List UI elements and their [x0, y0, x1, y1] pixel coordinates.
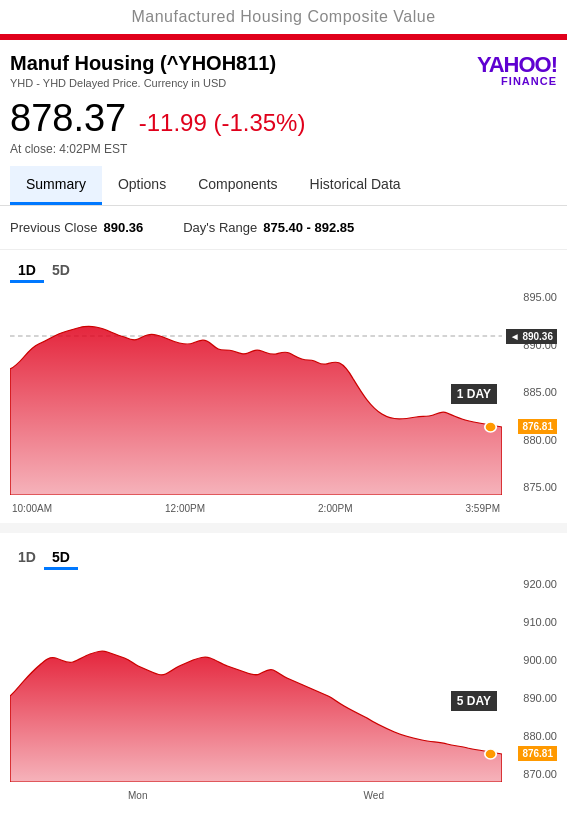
y-label-890-5d: 890.00	[507, 692, 557, 704]
period-5d-button-top[interactable]: 5D	[44, 260, 78, 283]
period-5d-button[interactable]: 5D	[44, 547, 78, 570]
chart-1d-section: 1D 5D	[0, 250, 567, 519]
period-1d-button[interactable]: 1D	[10, 260, 44, 283]
price-section: 878.37 -11.99 (-1.35%) At close: 4:02PM …	[0, 89, 567, 160]
header-section: Manuf Housing (^YHOH811) YHD - YHD Delay…	[0, 40, 567, 89]
price-row: 878.37 -11.99 (-1.35%)	[10, 97, 557, 140]
tabs-section: Summary Options Components Historical Da…	[0, 166, 567, 206]
y-label-920: 920.00	[507, 578, 557, 590]
price-time: At close: 4:02PM EST	[10, 142, 557, 156]
x-label-359pm: 3:59PM	[466, 503, 500, 514]
current-price-badge-5d: 876.81	[518, 746, 557, 761]
x-label-12pm: 12:00PM	[165, 503, 205, 514]
tab-historical-data[interactable]: Historical Data	[294, 166, 417, 205]
section-divider	[0, 523, 567, 533]
y-label-870-5d: 870.00	[507, 768, 557, 780]
tabs: Summary Options Components Historical Da…	[10, 166, 557, 205]
badge-1day: 1 DAY	[451, 384, 497, 404]
y-label-880: 880.00	[507, 434, 557, 446]
yahoo-finance-text: FINANCE	[501, 75, 557, 87]
y-label-880-5d: 880.00	[507, 730, 557, 742]
x-labels-1d: 10:00AM 12:00PM 2:00PM 3:59PM	[10, 497, 502, 519]
days-range-item: Day's Range 875.40 - 892.85	[183, 220, 354, 235]
current-price-dot-1d	[485, 422, 496, 432]
yahoo-logo: YAHOO! FINANCE	[477, 52, 557, 87]
tab-components[interactable]: Components	[182, 166, 293, 205]
top-banner: Manufactured Housing Composite Value	[0, 0, 567, 37]
prev-close-item: Previous Close 890.36	[10, 220, 143, 235]
x-labels-5d: Mon Wed	[10, 784, 502, 806]
y-label-910: 910.00	[507, 616, 557, 628]
x-label-2pm: 2:00PM	[318, 503, 352, 514]
x-label-wed: Wed	[364, 790, 384, 801]
stock-info: Manuf Housing (^YHOH811) YHD - YHD Delay…	[10, 52, 276, 89]
current-price-badge-1d: 876.81	[518, 419, 557, 434]
period-selector-5d: 1D 5D	[0, 541, 567, 576]
chart-5d-wrapper: 920.00 910.00 900.00 890.00 880.00 870.0…	[0, 576, 567, 806]
prev-close-value: 890.36	[103, 220, 143, 235]
x-label-10am: 10:00AM	[12, 503, 52, 514]
chart-1d-container: 895.00 890.00 885.00 880.00 875.00 ◄ 890…	[10, 289, 557, 519]
prev-close-label: Previous Close	[10, 220, 97, 235]
banner-title: Manufactured Housing Composite Value	[0, 8, 567, 26]
period-1d-button-bottom[interactable]: 1D	[10, 547, 44, 570]
days-range-value: 875.40 - 892.85	[263, 220, 354, 235]
stock-subtitle: YHD - YHD Delayed Price. Currency in USD	[10, 77, 276, 89]
y-label-900: 900.00	[507, 654, 557, 666]
period-selector-1d: 1D 5D	[0, 254, 567, 289]
chart-5d-svg	[10, 576, 502, 782]
ref-price-badge-1d: ◄ 890.36	[506, 329, 557, 344]
price-change: -11.99 (-1.35%)	[139, 109, 306, 136]
y-label-875: 875.00	[507, 481, 557, 493]
stock-name: Manuf Housing (^YHOH811)	[10, 52, 276, 75]
x-label-mon: Mon	[128, 790, 147, 801]
days-range-label: Day's Range	[183, 220, 257, 235]
chart-5d-section: 1D 5D 920.00 910.00	[0, 537, 567, 806]
chart-1d-wrapper: 895.00 890.00 885.00 880.00 875.00 ◄ 890…	[0, 289, 567, 519]
price-main: 878.37	[10, 97, 126, 139]
badge-5day: 5 DAY	[451, 691, 497, 711]
y-label-885: 885.00	[507, 386, 557, 398]
y-label-895: 895.00	[507, 291, 557, 303]
tab-summary[interactable]: Summary	[10, 166, 102, 205]
chart-5d-container: 920.00 910.00 900.00 890.00 880.00 870.0…	[10, 576, 557, 806]
tab-options[interactable]: Options	[102, 166, 182, 205]
y-labels-1d: 895.00 890.00 885.00 880.00 875.00	[507, 289, 557, 495]
stats-section: Previous Close 890.36 Day's Range 875.40…	[0, 206, 567, 250]
chart-1d-svg	[10, 289, 502, 495]
current-price-dot-5d	[485, 749, 496, 759]
